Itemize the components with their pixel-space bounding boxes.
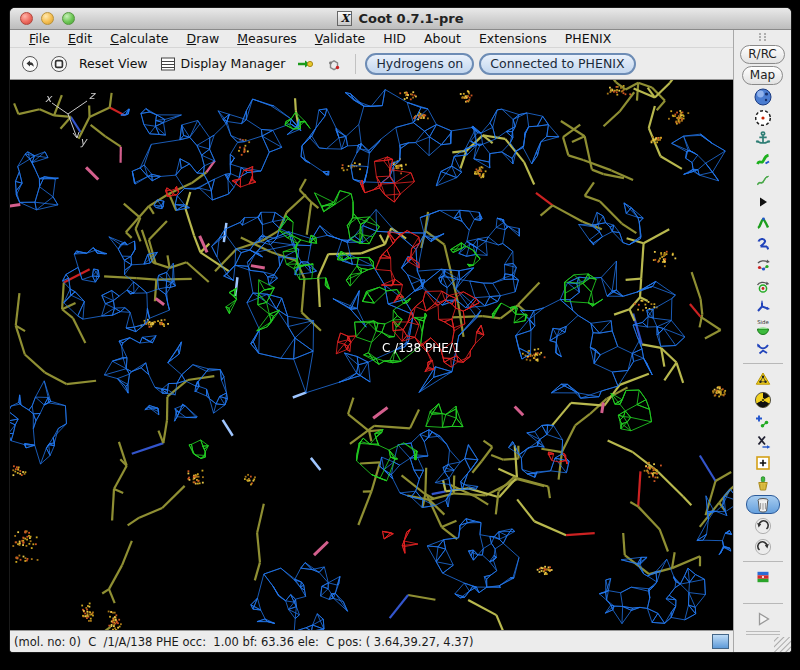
go-to-atom-icon bbox=[296, 55, 314, 73]
rigid-body-icon[interactable] bbox=[750, 213, 776, 232]
delete-icon[interactable] bbox=[746, 495, 780, 514]
menu-draw[interactable]: Draw bbox=[178, 31, 229, 46]
display-manager-button-label: Display Manager bbox=[181, 56, 286, 71]
place-atom-icon[interactable] bbox=[750, 453, 776, 472]
reset-view-button[interactable]: Reset View bbox=[76, 54, 151, 73]
toolbar-grip[interactable] bbox=[758, 33, 767, 41]
toolbar-bottom bbox=[734, 599, 791, 652]
minimize-button[interactable] bbox=[41, 12, 54, 25]
sphere-display-icon[interactable] bbox=[750, 87, 776, 106]
grip-lines bbox=[746, 631, 780, 635]
toolbar-separator bbox=[355, 54, 356, 74]
anchor-icon[interactable] bbox=[750, 129, 776, 148]
status-text: (mol. no: 0) C /1/A/138 PHE occ: 1.00 bf… bbox=[14, 635, 712, 649]
menu-measures[interactable]: Measures bbox=[228, 31, 306, 46]
auto-fit-rotamer-icon[interactable] bbox=[750, 255, 776, 274]
back-circle-icon bbox=[21, 55, 39, 73]
menu-file[interactable]: File bbox=[20, 31, 59, 46]
phenix-status-button-label: Connected to PHENIX bbox=[490, 56, 624, 71]
window-title: X Coot 0.7.1-pre bbox=[337, 11, 463, 26]
rrc-button[interactable]: R/RC bbox=[740, 45, 785, 64]
menu-hid[interactable]: HID bbox=[374, 31, 415, 46]
status-bar: (mol. no: 0) C /1/A/138 PHE occ: 1.00 bf… bbox=[10, 630, 733, 652]
menu-edit[interactable]: Edit bbox=[59, 31, 101, 46]
toolbar: Reset ViewDisplay ManagerHydrogens onCon… bbox=[10, 48, 733, 80]
regularize-icon[interactable] bbox=[750, 171, 776, 190]
zoom-button[interactable] bbox=[62, 12, 75, 25]
rotamers-icon[interactable] bbox=[750, 276, 776, 295]
hydrogens-toggle[interactable]: Hydrogens on bbox=[365, 53, 474, 75]
torsion-general-icon[interactable] bbox=[750, 339, 776, 358]
play-icon[interactable] bbox=[750, 609, 776, 628]
undo-icon[interactable] bbox=[750, 516, 776, 535]
hydrogens-toggle-label: Hydrogens on bbox=[376, 56, 463, 71]
simple-mutate-icon[interactable] bbox=[750, 369, 776, 388]
menu-phenix[interactable]: PHENIX bbox=[556, 31, 620, 46]
fixed-atoms-icon[interactable] bbox=[750, 192, 776, 211]
stop-view-button[interactable] bbox=[47, 53, 71, 75]
rot-trans-icon[interactable] bbox=[750, 234, 776, 253]
back-view-button[interactable] bbox=[18, 53, 42, 75]
menu-bar: FileEditCalculateDrawMeasuresValidateHID… bbox=[10, 30, 733, 48]
title-bar[interactable]: X Coot 0.7.1-pre bbox=[10, 8, 791, 30]
menu-validate[interactable]: Validate bbox=[306, 31, 374, 46]
display-manager-button[interactable]: Display Manager bbox=[156, 53, 289, 75]
go-to-atom-button[interactable] bbox=[293, 53, 317, 75]
recentre-icon[interactable] bbox=[750, 108, 776, 127]
go-to-ligand-button[interactable] bbox=[322, 53, 346, 75]
phenix-status-button[interactable]: Connected to PHENIX bbox=[479, 53, 635, 75]
reset-view-button-label: Reset View bbox=[79, 56, 148, 71]
display-manager-icon bbox=[159, 55, 177, 73]
molecular-viewport[interactable] bbox=[10, 80, 733, 630]
status-scale-widget[interactable] bbox=[712, 634, 729, 649]
real-space-refine-icon[interactable] bbox=[750, 150, 776, 169]
map-button[interactable]: Map bbox=[742, 66, 783, 85]
stop-circle-icon bbox=[50, 55, 68, 73]
add-alt-conf-icon[interactable] bbox=[750, 432, 776, 451]
toolbar-separator bbox=[743, 603, 783, 604]
redo-icon[interactable] bbox=[750, 537, 776, 556]
x11-icon: X bbox=[337, 11, 352, 26]
add-terminal-residue-icon[interactable] bbox=[750, 411, 776, 430]
menu-about[interactable]: About bbox=[415, 31, 470, 46]
svg-text:Side: Side bbox=[757, 319, 769, 325]
toolbar-separator bbox=[743, 561, 783, 562]
toolbar-separator bbox=[743, 363, 783, 364]
modelling-toolbar: R/RCMapSide bbox=[733, 30, 791, 652]
ligand-icon bbox=[325, 55, 343, 73]
gl-area bbox=[10, 80, 733, 630]
window-title-text: Coot 0.7.1-pre bbox=[358, 11, 463, 26]
menu-calculate[interactable]: Calculate bbox=[101, 31, 177, 46]
flip-sidechain-icon[interactable]: Side bbox=[750, 318, 776, 337]
menu-extensions[interactable]: Extensions bbox=[470, 31, 556, 46]
edit-chi-icon[interactable] bbox=[750, 297, 776, 316]
close-button[interactable] bbox=[20, 12, 33, 25]
run-refmac-icon[interactable] bbox=[750, 567, 776, 586]
mutate-autofit-icon[interactable] bbox=[750, 390, 776, 409]
coot-window: X Coot 0.7.1-pre FileEditCalculateDrawMe… bbox=[10, 8, 791, 652]
resize-grip[interactable] bbox=[774, 637, 791, 652]
clear-picks-icon[interactable] bbox=[750, 474, 776, 493]
window-controls bbox=[20, 8, 75, 29]
